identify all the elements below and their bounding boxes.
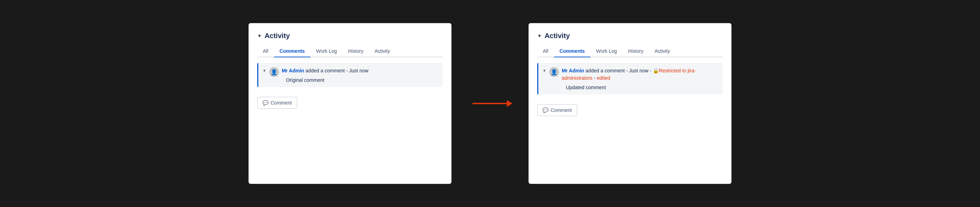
tabs-after: All Comments Work Log History Activity: [537, 46, 723, 57]
tab-activity-before[interactable]: Activity: [369, 46, 396, 57]
comment-meta-after: Mr Admin added a comment - Just now - 🔒R…: [562, 67, 719, 90]
user-link-after[interactable]: Mr Admin: [562, 68, 584, 73]
activity-header-before: ▼ Activity: [257, 32, 443, 40]
comment-body-after: Updated comment: [562, 85, 719, 90]
comment-meta-line-after: Mr Admin added a comment - Just now - 🔒R…: [562, 68, 696, 81]
tab-worklog-after[interactable]: Work Log: [590, 46, 623, 57]
comment-bubble-icon-after: 💬: [542, 107, 549, 113]
after-panel: ▼ Activity All Comments Work Log History…: [528, 23, 732, 184]
comment-row-before: ▼ 👤 Mr Admin added a comment - Just now …: [258, 67, 439, 83]
arrow-icon: [473, 103, 508, 104]
avatar-before: 👤: [269, 67, 279, 77]
tab-comments-before[interactable]: Comments: [274, 46, 310, 57]
dash-separator: -: [593, 75, 597, 81]
comment-button-before[interactable]: 💬 Comment: [257, 97, 297, 109]
tab-history-after[interactable]: History: [623, 46, 649, 57]
activity-header-after: ▼ Activity: [537, 32, 723, 40]
comment-row-after: ▼ 👤 Mr Admin added a comment - Just now …: [538, 67, 719, 90]
activity-title-before: Activity: [265, 32, 290, 40]
tab-activity-after[interactable]: Activity: [649, 46, 676, 57]
tab-all-before[interactable]: All: [257, 46, 274, 57]
edited-text: edited: [597, 75, 610, 81]
comment-added-text-after: added a comment - Just now -: [584, 68, 653, 73]
avatar-icon-after: 👤: [550, 69, 558, 76]
before-panel: ▼ Activity All Comments Work Log History…: [248, 23, 452, 184]
comment-bubble-icon-before: 💬: [262, 100, 269, 106]
activity-chevron-after[interactable]: ▼: [537, 33, 542, 38]
comment-button-label-after: Comment: [550, 107, 572, 113]
comment-body-before: Original comment: [282, 77, 439, 83]
comment-chevron-after[interactable]: ▼: [542, 68, 546, 73]
tab-worklog-before[interactable]: Work Log: [310, 46, 343, 57]
avatar-after: 👤: [549, 67, 559, 77]
avatar-icon-before: 👤: [270, 69, 278, 76]
tabs-before: All Comments Work Log History Activity: [257, 46, 443, 57]
tab-comments-after[interactable]: Comments: [554, 46, 590, 57]
lock-icon: 🔒: [653, 68, 659, 73]
activity-title-after: Activity: [545, 32, 570, 40]
comment-added-text-before: added a comment - Just now: [304, 68, 369, 73]
comment-button-label-before: Comment: [270, 100, 292, 106]
comment-section-before: ▼ 👤 Mr Admin added a comment - Just now …: [257, 63, 443, 87]
comment-button-after[interactable]: 💬 Comment: [537, 104, 577, 116]
user-link-before[interactable]: Mr Admin: [282, 68, 304, 73]
comment-chevron-before[interactable]: ▼: [262, 68, 266, 73]
comment-meta-line-before: Mr Admin added a comment - Just now: [282, 68, 369, 73]
activity-chevron-before[interactable]: ▼: [257, 33, 262, 38]
comment-section-after: ▼ 👤 Mr Admin added a comment - Just now …: [537, 63, 723, 95]
comment-meta-before: Mr Admin added a comment - Just now Orig…: [282, 67, 439, 83]
tab-history-before[interactable]: History: [343, 46, 369, 57]
arrow-container: [466, 103, 514, 104]
main-container: ▼ Activity All Comments Work Log History…: [242, 16, 738, 191]
tab-all-after[interactable]: All: [537, 46, 554, 57]
